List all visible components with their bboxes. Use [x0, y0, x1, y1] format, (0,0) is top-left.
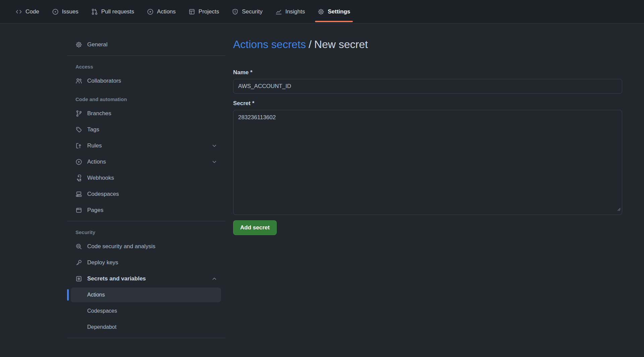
chevron-down-icon	[211, 143, 217, 149]
secret-label: Secret *	[233, 99, 622, 107]
tab-label: Pull requests	[101, 8, 134, 15]
tab-actions[interactable]: Actions	[142, 0, 180, 23]
rules-icon	[75, 142, 82, 149]
key-icon	[75, 259, 82, 266]
breadcrumb-current: New secret	[314, 38, 368, 50]
sidebar-item-label: Tags	[87, 126, 99, 133]
tab-label: Code	[25, 8, 39, 15]
sidebar-item-general[interactable]: General	[67, 37, 225, 52]
sidebar-subitem-label: Dependabot	[87, 324, 116, 330]
sidebar-item-label: Collaborators	[87, 78, 121, 84]
graph-icon	[275, 8, 282, 15]
chevron-up-icon	[211, 276, 217, 282]
git-pull-request-icon	[91, 8, 98, 15]
sidebar-subitem-actions[interactable]: Actions	[71, 287, 221, 302]
section-header-code-and-automation: Code and automation	[75, 96, 225, 102]
divider	[67, 221, 225, 221]
breadcrumb-separator: /	[309, 38, 312, 50]
sidebar-item-label: Deploy keys	[87, 259, 118, 266]
name-label: Name *	[233, 69, 622, 77]
add-secret-button[interactable]: Add secret	[233, 220, 277, 235]
sidebar-item-code-security[interactable]: Code security and analysis	[67, 239, 225, 254]
tab-label: Security	[242, 8, 262, 15]
active-item-indicator	[67, 289, 69, 301]
git-branch-icon	[75, 110, 82, 117]
sidebar-item-branches[interactable]: Branches	[67, 106, 225, 121]
resize-handle-icon[interactable]	[616, 207, 621, 213]
sidebar-item-actions[interactable]: Actions	[67, 154, 225, 169]
tab-label: Insights	[285, 8, 305, 15]
sidebar-item-label: Codespaces	[87, 191, 119, 197]
divider	[67, 338, 225, 338]
active-tab-underline	[315, 21, 353, 22]
play-icon	[147, 8, 154, 15]
chevron-down-icon	[211, 159, 217, 165]
sidebar-item-codespaces[interactable]: Codespaces	[67, 187, 225, 202]
tab-settings[interactable]: Settings	[313, 0, 355, 23]
codespaces-icon	[75, 191, 82, 197]
sidebar-item-deploy-keys[interactable]: Deploy keys	[67, 255, 225, 270]
sidebar-item-label: Pages	[87, 207, 103, 214]
breadcrumb: Actions secrets/New secret	[233, 38, 622, 51]
secret-asterisk-icon	[75, 275, 82, 282]
sidebar-item-label: Rules	[87, 142, 102, 149]
table-icon	[189, 8, 195, 15]
secret-name-input[interactable]	[233, 79, 622, 94]
sidebar-item-collaborators[interactable]: Collaborators	[67, 74, 225, 88]
sidebar-item-label: Branches	[87, 110, 111, 117]
tab-label: Settings	[328, 8, 350, 15]
sidebar-item-label: Webhooks	[87, 175, 114, 181]
sidebar-item-label: Code security and analysis	[87, 243, 155, 250]
tab-label: Issues	[62, 8, 78, 15]
tab-projects[interactable]: Projects	[184, 0, 224, 23]
sidebar-subitem-label: Codespaces	[87, 308, 117, 314]
codescan-icon	[75, 243, 82, 250]
tab-issues[interactable]: Issues	[47, 0, 83, 23]
gear-icon	[318, 8, 324, 15]
section-header-security: Security	[75, 229, 225, 235]
code-icon	[15, 8, 22, 15]
tab-insights[interactable]: Insights	[271, 0, 310, 23]
tag-icon	[75, 126, 82, 133]
shield-icon	[232, 8, 238, 15]
sidebar-item-pages[interactable]: Pages	[67, 203, 225, 218]
browser-icon	[75, 207, 82, 214]
tab-code[interactable]: Code	[11, 0, 44, 23]
sidebar-item-webhooks[interactable]: Webhooks	[67, 171, 225, 185]
repo-tab-bar: Code Issues Pull requests Actions Projec…	[0, 0, 644, 24]
sidebar-item-label: Actions	[87, 159, 106, 165]
tab-pull-requests[interactable]: Pull requests	[87, 0, 139, 23]
people-icon	[75, 78, 82, 84]
tab-label: Actions	[157, 8, 176, 15]
sidebar-subitem-codespaces[interactable]: Codespaces	[71, 304, 221, 318]
actions-secrets-link[interactable]: Actions secrets	[233, 38, 306, 50]
secret-value-textarea[interactable]: 283236113602	[233, 110, 622, 215]
sidebar-item-rules[interactable]: Rules	[67, 138, 225, 153]
settings-sidebar: General Access Collaborators Code and au…	[67, 37, 225, 342]
tab-security[interactable]: Security	[227, 0, 267, 23]
divider	[67, 55, 225, 56]
sidebar-item-label: General	[87, 41, 107, 48]
sidebar-item-label: Secrets and variables	[87, 275, 146, 282]
issue-opened-icon	[52, 8, 59, 15]
play-icon	[75, 159, 82, 165]
sidebar-subitem-dependabot[interactable]: Dependabot	[71, 320, 221, 334]
section-header-access: Access	[75, 64, 225, 70]
secret-textarea-wrap: 283236113602	[233, 110, 622, 215]
sidebar-item-tags[interactable]: Tags	[67, 122, 225, 137]
webhook-icon	[75, 175, 82, 181]
new-secret-form: Actions secrets/New secret Name * Secret…	[233, 24, 622, 235]
gear-icon	[75, 41, 82, 48]
tab-label: Projects	[199, 8, 219, 15]
sidebar-subitem-label: Actions	[87, 292, 105, 298]
sidebar-item-secrets-and-variables[interactable]: Secrets and variables	[67, 271, 225, 286]
